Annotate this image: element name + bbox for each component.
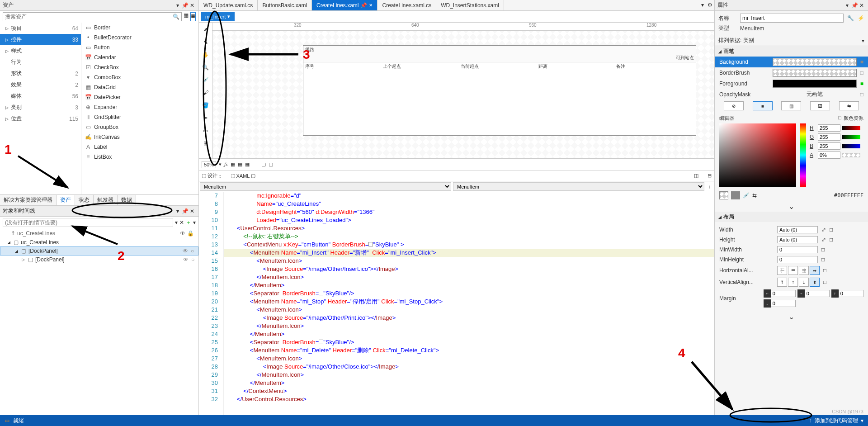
- document-tab[interactable]: WD_Update.xaml.cs: [199, 0, 258, 10]
- align-center-icon[interactable]: ☰: [788, 266, 798, 275]
- margin-input[interactable]: [771, 290, 796, 297]
- g-input[interactable]: [818, 133, 840, 141]
- designer-tool-icon[interactable]: 💉: [201, 75, 211, 85]
- eye-icon[interactable]: 👁: [183, 256, 190, 263]
- category-item[interactable]: 效果2: [0, 79, 81, 90]
- reset-icon[interactable]: ⤢: [821, 227, 826, 233]
- pin-icon[interactable]: 📌: [181, 2, 189, 9]
- document-tab[interactable]: ButtonsBasic.xaml: [258, 0, 312, 10]
- add-icon[interactable]: ＋: [186, 219, 191, 227]
- designer-canvas[interactable]: 3206409601280 线路 可到站点 序号上个起点当前起点距离备注: [212, 23, 714, 158]
- arrange-label[interactable]: 排列依据: 类别: [718, 37, 754, 44]
- asset-item[interactable]: ⊕Expander: [81, 102, 198, 112]
- pin-icon[interactable]: 📌: [181, 208, 189, 214]
- snap-icon[interactable]: ▢: [269, 161, 273, 167]
- fx-icon[interactable]: 𝑓𝑥: [224, 161, 228, 167]
- events-icon[interactable]: ⚡: [858, 15, 864, 21]
- brush-row[interactable]: BorderBrush□: [715, 67, 868, 78]
- grid-icon[interactable]: ▦: [238, 161, 242, 167]
- designer-tool-icon[interactable]: ⊞: [201, 138, 211, 148]
- width-input[interactable]: [777, 226, 818, 233]
- grid-view-icon[interactable]: ▦: [184, 12, 189, 21]
- lock-icon[interactable]: 🔒: [187, 230, 194, 237]
- tree-item[interactable]: ▷▢[DockPanel]👁○: [0, 256, 198, 264]
- swap-icon[interactable]: ⇆: [752, 192, 757, 199]
- bottom-tab[interactable]: 解决方案资源管理器: [0, 195, 57, 205]
- brush-row[interactable]: Background■: [715, 57, 868, 67]
- bottom-tab[interactable]: 数据: [118, 195, 136, 205]
- designer-tool-icon[interactable]: ✋: [201, 50, 211, 60]
- brush-row[interactable]: OpacityMask无画笔□: [715, 89, 868, 99]
- hue-slider[interactable]: [800, 123, 806, 187]
- hex-value[interactable]: #00FFFFFF: [760, 192, 863, 199]
- asset-item[interactable]: ▭Border: [81, 23, 198, 33]
- element-breadcrumb[interactable]: mi_Insert ▾: [201, 12, 235, 21]
- category-item[interactable]: ▷控件33: [0, 34, 81, 45]
- element-crumb-1[interactable]: MenuItem: [200, 182, 451, 191]
- align-bottom-icon[interactable]: ⤓: [799, 278, 809, 287]
- code-editor[interactable]: mc:Ignorable="d" Name="uc_CreateLines" d…: [224, 192, 714, 415]
- grid-icon[interactable]: ▦: [245, 161, 250, 167]
- git-add[interactable]: 添加到源代码管理: [812, 417, 861, 425]
- designer-zoom[interactable]: 50%: [202, 161, 216, 168]
- tree-item[interactable]: ◢▢[DockPanel]👁○: [0, 246, 198, 256]
- dropdown-icon[interactable]: ▾: [175, 219, 178, 226]
- asset-item[interactable]: ≡ListBox: [81, 152, 198, 162]
- category-item[interactable]: ▷位置115: [0, 113, 81, 124]
- tab-action-icon[interactable]: ⚙: [706, 0, 714, 10]
- r-input[interactable]: [818, 124, 840, 132]
- dropdown-icon[interactable]: ▾: [174, 2, 181, 9]
- category-item[interactable]: 媒体56: [0, 90, 81, 102]
- asset-item[interactable]: ▾ComboBox: [81, 72, 198, 82]
- search-icon[interactable]: 🔍: [173, 14, 179, 20]
- brush-section-title[interactable]: 画笔: [723, 47, 734, 55]
- collapse-icon[interactable]: ⌄: [715, 312, 868, 322]
- asset-item[interactable]: ▦DataGrid: [81, 82, 198, 92]
- close-icon[interactable]: ✕: [179, 219, 184, 226]
- design-tab[interactable]: ⬚设计↕: [202, 172, 222, 179]
- eyedropper-icon[interactable]: 💉: [743, 192, 750, 199]
- asset-item[interactable]: ☑CheckBox: [81, 62, 198, 72]
- height-input[interactable]: [777, 236, 818, 243]
- align-stretch-icon[interactable]: ⬌: [810, 266, 820, 275]
- asset-item[interactable]: 📅DatePicker: [81, 92, 198, 102]
- margin-input[interactable]: [805, 290, 830, 297]
- asset-item[interactable]: ▭GroupBox: [81, 122, 198, 132]
- bottom-tab[interactable]: 触发器: [94, 195, 118, 205]
- designer-tool-icon[interactable]: 🔍: [201, 62, 211, 72]
- margin-input[interactable]: [839, 290, 863, 297]
- asset-item[interactable]: 📅Calendar: [81, 52, 198, 62]
- tile-brush-icon[interactable]: 🖼: [810, 101, 830, 110]
- document-tab[interactable]: CreateLines.xaml📌✕: [312, 0, 377, 10]
- dropdown-icon[interactable]: ▾: [844, 2, 851, 9]
- align-middle-icon[interactable]: ⫯: [788, 278, 798, 287]
- asset-item[interactable]: •BulletDecorator: [81, 33, 198, 43]
- category-item[interactable]: ▷类别3: [0, 102, 81, 113]
- designer-preview[interactable]: 线路 可到站点 序号上个起点当前起点距离备注: [303, 45, 696, 136]
- designer-tool-icon[interactable]: 🖌: [201, 88, 211, 98]
- category-item[interactable]: 形状2: [0, 68, 81, 79]
- designer-tool-icon[interactable]: ✒: [201, 113, 211, 123]
- element-crumb-2[interactable]: MenuItem: [453, 182, 704, 191]
- chevron-down-icon[interactable]: ▾: [219, 161, 222, 167]
- assets-search-input[interactable]: [5, 14, 173, 20]
- pin-icon[interactable]: 📌: [851, 2, 858, 9]
- bottom-tab[interactable]: 状态: [75, 195, 94, 205]
- chevron-down-icon[interactable]: ▾: [861, 417, 863, 424]
- list-view-icon[interactable]: ≣: [190, 12, 196, 21]
- add-icon[interactable]: ＋: [705, 181, 714, 192]
- solid-brush-icon[interactable]: ■: [753, 101, 773, 110]
- xaml-tab[interactable]: ⬚XAML▢: [231, 173, 256, 179]
- category-item[interactable]: ▷项目64: [0, 23, 81, 34]
- eye-icon[interactable]: 👁: [180, 230, 185, 237]
- asset-item[interactable]: ⫴GridSplitter: [81, 112, 198, 122]
- designer-tool-icon[interactable]: ⬈: [201, 24, 211, 34]
- close-icon[interactable]: ✕: [858, 2, 865, 9]
- close-icon[interactable]: ✕: [189, 2, 196, 9]
- designer-tool-icon[interactable]: ▭: [201, 126, 211, 136]
- align-left-icon[interactable]: ⬱: [777, 266, 787, 275]
- align-vstretch-icon[interactable]: ⬍: [810, 278, 820, 287]
- dropdown-icon[interactable]: ▾: [193, 219, 196, 226]
- snap-icon[interactable]: ▢: [261, 161, 266, 167]
- document-tab[interactable]: CreateLines.xaml.cs: [377, 0, 436, 10]
